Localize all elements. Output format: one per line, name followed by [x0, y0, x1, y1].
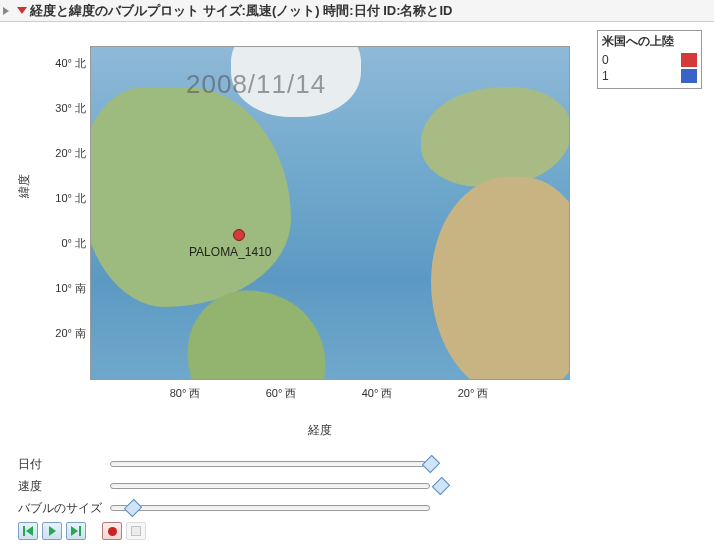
legend: 米国への上陸 0 1 — [597, 30, 702, 89]
bubble-plot: 緯度 40° 北 30° 北 20° 北 10° 北 0° 北 10° 南 20… — [18, 28, 598, 448]
y-tick: 20° 北 — [36, 146, 86, 161]
slider-thumb[interactable] — [431, 477, 449, 495]
triangle-left-icon — [26, 526, 33, 536]
save-button — [126, 522, 146, 540]
save-icon — [131, 526, 141, 536]
triangle-right-icon — [49, 526, 56, 536]
y-axis-label: 緯度 — [16, 174, 33, 198]
date-overlay: 2008/11/14 — [186, 69, 326, 100]
record-icon — [108, 527, 117, 536]
slider-speed[interactable] — [110, 483, 430, 489]
slider-bubble-size[interactable] — [110, 505, 430, 511]
landmass — [431, 177, 570, 380]
slider-date[interactable] — [110, 461, 430, 467]
y-tick: 0° 北 — [36, 236, 86, 251]
slider-thumb[interactable] — [124, 499, 142, 517]
y-tick: 10° 北 — [36, 191, 86, 206]
slider-thumb[interactable] — [422, 455, 440, 473]
x-axis-label: 経度 — [308, 422, 332, 439]
legend-title: 米国への上陸 — [602, 33, 697, 50]
y-tick: 40° 北 — [36, 56, 86, 71]
step-back-button[interactable] — [18, 522, 38, 540]
landmass — [421, 87, 570, 187]
record-button[interactable] — [102, 522, 122, 540]
landmass — [90, 87, 291, 307]
bubble-point[interactable] — [233, 229, 245, 241]
x-tick: 80° 西 — [160, 386, 210, 401]
legend-item[interactable]: 1 — [602, 68, 697, 84]
play-button[interactable] — [42, 522, 62, 540]
bar-icon — [79, 526, 81, 536]
y-tick: 10° 南 — [36, 281, 86, 296]
panel-header: 経度と緯度のバブルプロット サイズ:風速(ノット) 時間:日付 ID:名称とID — [0, 0, 714, 22]
x-tick: 60° 西 — [256, 386, 306, 401]
triangle-right-icon — [71, 526, 78, 536]
slider-label-bubble-size: バブルのサイズ — [18, 500, 110, 517]
y-tick: 20° 南 — [36, 326, 86, 341]
y-tick: 30° 北 — [36, 101, 86, 116]
slider-label-date: 日付 — [18, 456, 110, 473]
disclosure-gray-icon[interactable] — [2, 5, 14, 17]
legend-swatch — [681, 53, 697, 67]
x-tick: 20° 西 — [448, 386, 498, 401]
panel-title: 経度と緯度のバブルプロット サイズ:風速(ノット) 時間:日付 ID:名称とID — [30, 2, 452, 20]
disclosure-red-icon[interactable] — [16, 5, 28, 17]
x-tick: 40° 西 — [352, 386, 402, 401]
legend-swatch — [681, 69, 697, 83]
step-forward-button[interactable] — [66, 522, 86, 540]
slider-label-speed: 速度 — [18, 478, 110, 495]
animation-controls: 日付 速度 バブルのサイズ — [18, 454, 578, 540]
legend-item[interactable]: 0 — [602, 52, 697, 68]
legend-item-label: 0 — [602, 53, 609, 67]
legend-item-label: 1 — [602, 69, 609, 83]
map-canvas[interactable]: 2008/11/14 PALOMA_1410 — [90, 46, 570, 380]
bar-icon — [23, 526, 25, 536]
bubble-label: PALOMA_1410 — [189, 245, 272, 259]
